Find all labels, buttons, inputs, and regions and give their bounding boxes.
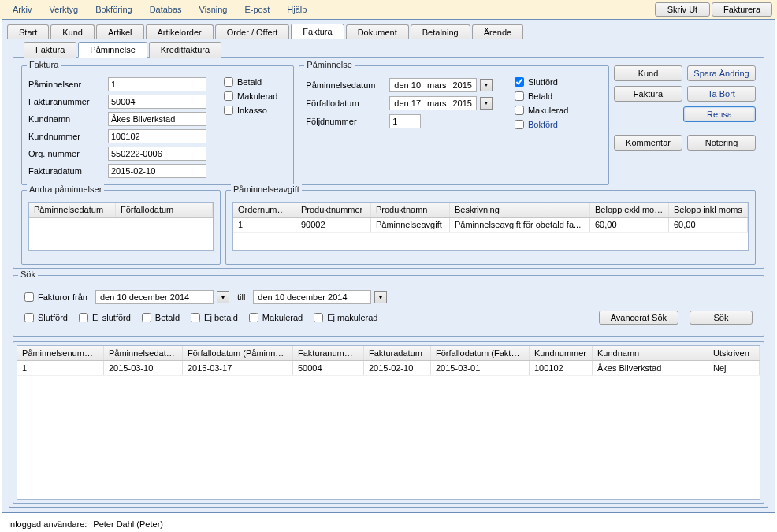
menubar: Arkiv Verktyg Bokföring Databas Visning … xyxy=(0,0,777,19)
c-slutford[interactable]: Slutförd xyxy=(24,313,68,322)
tab-arende[interactable]: Ärende xyxy=(472,24,523,39)
c-betald[interactable]: Betald xyxy=(142,313,180,322)
check-slutford[interactable]: Slutförd xyxy=(515,77,568,87)
check-betald-pam[interactable]: Betald xyxy=(515,91,568,101)
check-bokford[interactable]: Bokförd xyxy=(515,120,568,129)
menu-databas[interactable]: Databas xyxy=(142,2,190,17)
paminnelsedatum-dd[interactable]: ▾ xyxy=(480,79,493,91)
tab-artikel[interactable]: Artikel xyxy=(96,24,144,39)
tab-betalning[interactable]: Betalning xyxy=(411,24,470,39)
check-fakturor-fran[interactable]: Fakturor från xyxy=(24,292,87,302)
forfallodatum-picker[interactable]: den 17 mars 2015 xyxy=(389,96,477,110)
sok-to-date-text: den 10 december 2014 xyxy=(258,292,347,302)
subtab-faktura[interactable]: Faktura xyxy=(24,42,76,58)
res-cell-2: 2015-03-17 xyxy=(183,361,293,375)
avgift-fieldset: Påminnelseavgift Ordernummer Produktnumm… xyxy=(225,190,756,265)
tab-kund[interactable]: Kund xyxy=(50,24,95,39)
avgift-cell-5: 60,00 xyxy=(669,218,748,232)
c-makulerad[interactable]: Makulerad xyxy=(249,313,303,322)
faktura-legend: Faktura xyxy=(27,60,61,69)
andra-legend: Andra påminnelser xyxy=(27,184,104,194)
kund-button[interactable]: Kund xyxy=(614,65,682,81)
res-col-5: Förfallodatum (Faktura) xyxy=(431,346,530,360)
menu-arkiv[interactable]: Arkiv xyxy=(5,2,39,17)
menu-verktyg[interactable]: Verktyg xyxy=(41,2,86,17)
spara-button[interactable]: Spara Ändring xyxy=(687,65,756,81)
menu-visning[interactable]: Visning xyxy=(191,2,236,17)
res-cell-1: 2015-03-10 xyxy=(104,361,183,375)
andra-fieldset: Andra påminnelser Påminnelsedatum Förfal… xyxy=(21,190,221,265)
check-inkasso[interactable]: Inkasso xyxy=(224,106,277,115)
input-orgnummer[interactable] xyxy=(108,147,206,161)
till-label: till xyxy=(237,292,245,302)
input-foljdnummer[interactable] xyxy=(389,114,421,128)
sok-legend: Sök xyxy=(18,270,38,279)
input-fakturadatum[interactable] xyxy=(108,164,206,178)
print-button[interactable]: Skriv Ut xyxy=(655,2,710,17)
menu-bokforing[interactable]: Bokföring xyxy=(87,2,139,17)
forfallodatum-dd[interactable]: ▾ xyxy=(480,97,493,110)
tab-faktura[interactable]: Faktura xyxy=(291,24,344,39)
avgift-col-0: Ordernummer xyxy=(233,203,296,217)
calendar-icon: ▾ xyxy=(485,99,488,106)
avgift-cell-2: Påminnelseavgift xyxy=(371,218,450,232)
avancerat-sok-button[interactable]: Avancerat Sök xyxy=(599,311,678,325)
avgift-legend: Påminnelseavgift xyxy=(231,184,302,194)
input-paminnelsenr[interactable] xyxy=(108,77,206,91)
check-makulerad-label: Makulerad xyxy=(237,91,277,101)
fakturera-button[interactable]: Fakturera xyxy=(712,2,772,17)
label-forfallodatum: Förfallodatum xyxy=(306,99,385,108)
menu-epost[interactable]: E-post xyxy=(237,2,278,17)
check-makulerad-pam[interactable]: Makulerad xyxy=(515,106,568,115)
sub-tabs: Faktura Påminnelse Kreditfaktura xyxy=(9,39,768,57)
tab-artikelorder[interactable]: Artikelorder xyxy=(146,24,214,39)
avgift-col-1: Produktnummer xyxy=(296,203,371,217)
res-cell-7: Åkes Bilverkstad xyxy=(593,361,708,375)
notering-button[interactable]: Notering xyxy=(687,135,756,151)
action-column: Kund Spara Ändring Faktura Ta Bort Rensa… xyxy=(614,65,756,185)
res-col-7: Kundnamn xyxy=(593,346,708,360)
c-ejbetald[interactable]: Ej betald xyxy=(191,313,238,322)
andra-col-0: Påminnelsedatum xyxy=(29,203,116,217)
check-betald-faktura[interactable]: Betald xyxy=(224,77,277,87)
label-fakturadatum: Fakturadatum xyxy=(28,166,103,176)
results-row[interactable]: 1 2015-03-10 2015-03-17 50004 2015-02-10… xyxy=(17,361,760,376)
c-ejslutford[interactable]: Ej slutförd xyxy=(79,313,131,322)
subtab-paminnelse[interactable]: Påminnelse xyxy=(78,42,147,58)
sok-to-date[interactable]: den 10 december 2014 xyxy=(253,290,371,304)
sok-from-dd[interactable]: ▾ xyxy=(217,291,229,303)
kommentar-button[interactable]: Kommentar xyxy=(614,135,682,151)
tabort-button[interactable]: Ta Bort xyxy=(687,86,756,102)
input-fakturanummer[interactable] xyxy=(108,95,206,109)
sok-from-date[interactable]: den 10 december 2014 xyxy=(95,290,214,304)
tab-order-offert[interactable]: Order / Offert xyxy=(215,24,290,39)
main-tabs: Start Kund Artikel Artikelorder Order / … xyxy=(2,20,775,39)
check-betald-label: Betald xyxy=(237,77,262,87)
status-user: Peter Dahl (Peter) xyxy=(93,519,163,529)
tab-start[interactable]: Start xyxy=(7,24,49,39)
input-kundnamn[interactable] xyxy=(108,112,206,126)
c-ejmakulerad[interactable]: Ej makulerad xyxy=(314,313,377,322)
rensa-button[interactable]: Rensa xyxy=(683,106,756,122)
pam-date-y: 2015 xyxy=(452,80,471,90)
subtab-kreditfaktura[interactable]: Kreditfaktura xyxy=(149,42,221,58)
sok-button[interactable]: Sök xyxy=(690,311,753,325)
check-inkasso-label: Inkasso xyxy=(237,106,267,115)
avgift-cell-3: Påminnelseavgift för obetald fa... xyxy=(450,218,590,232)
avgift-row[interactable]: 1 90002 Påminnelseavgift Påminnelseavgif… xyxy=(233,218,748,233)
check-makulerad-faktura[interactable]: Makulerad xyxy=(224,91,277,101)
paminnelsedatum-picker[interactable]: den 10 mars 2015 xyxy=(389,78,477,92)
app-body: Start Kund Artikel Artikelorder Order / … xyxy=(2,19,775,513)
label-paminnelsenr: Påminnelsenr xyxy=(28,80,103,89)
res-col-4: Fakturadatum xyxy=(364,346,431,360)
sok-to-dd[interactable]: ▾ xyxy=(374,291,387,303)
res-cell-3: 50004 xyxy=(293,361,364,375)
avgift-cell-0: 1 xyxy=(233,218,296,232)
input-kundnummer[interactable] xyxy=(108,129,206,143)
tab-dokument[interactable]: Dokument xyxy=(346,24,409,39)
paminnelse-fieldset: Påminnelse Påminnelsedatum den 10 mars 2… xyxy=(299,65,609,185)
andra-col-1: Förfallodatum xyxy=(116,203,213,217)
menu-hjalp[interactable]: Hjälp xyxy=(279,2,314,17)
calendar-icon: ▾ xyxy=(221,294,225,301)
faktura-button[interactable]: Faktura xyxy=(614,86,682,102)
